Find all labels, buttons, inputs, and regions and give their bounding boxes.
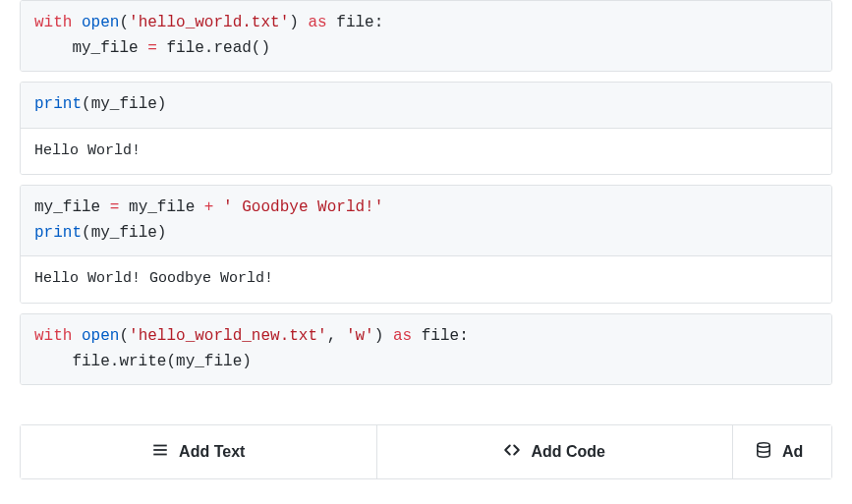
code-cell[interactable]: my_file = my_file + ' Goodbye World!' pr… [20,185,832,304]
list-icon [151,441,169,463]
code-output: Hello World! [21,128,831,175]
database-icon [755,441,772,463]
add-text-label: Add Text [179,443,245,461]
toolbar: Add Text Add Code Ad [20,424,832,479]
add-data-button[interactable]: Ad [733,425,831,478]
code-input[interactable]: with open('hello_world.txt') as file: my… [21,1,831,71]
code-input[interactable]: print(my_file) [21,83,831,128]
code-icon [503,441,521,463]
add-data-label: Ad [782,443,803,461]
code-cell[interactable]: with open('hello_world.txt') as file: my… [20,0,832,72]
add-code-label: Add Code [531,443,605,461]
code-input[interactable]: with open('hello_world_new.txt', 'w') as… [21,314,831,384]
code-input[interactable]: my_file = my_file + ' Goodbye World!' pr… [21,186,831,255]
add-code-button[interactable]: Add Code [377,425,734,478]
add-text-button[interactable]: Add Text [21,425,377,478]
code-cell[interactable]: with open('hello_world_new.txt', 'w') as… [20,313,832,385]
notebook: with open('hello_world.txt') as file: my… [0,0,852,385]
svg-point-3 [758,443,769,448]
code-output: Hello World! Goodbye World! [21,255,831,303]
code-cell[interactable]: print(my_file) Hello World! [20,82,832,175]
